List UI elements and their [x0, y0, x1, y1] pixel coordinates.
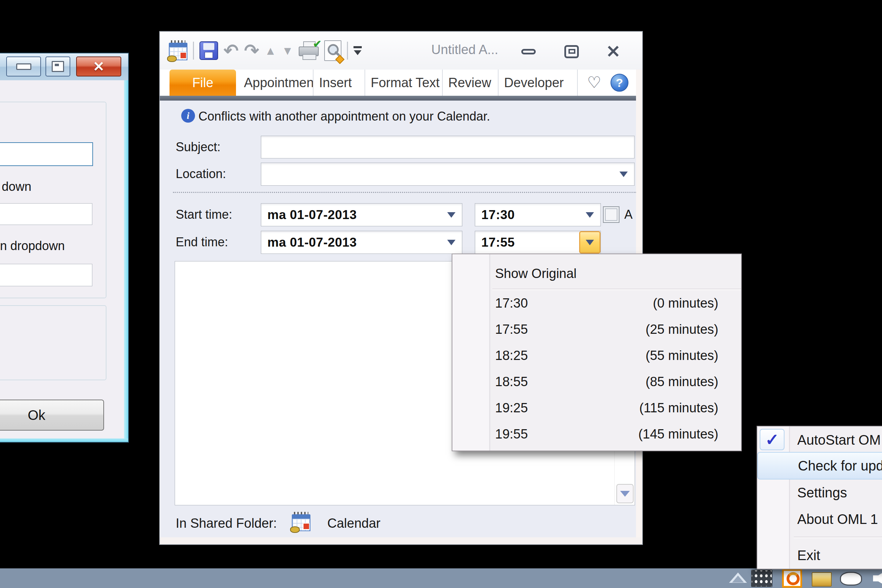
redo-button[interactable]: ↷	[244, 42, 260, 60]
customize-toolbar-dropdown[interactable]	[354, 45, 363, 56]
location-label: Location:	[176, 163, 226, 185]
close-icon: ✕	[606, 43, 621, 60]
show-hidden-icons-button[interactable]	[729, 573, 747, 583]
checkmark-icon: ✓	[760, 429, 784, 450]
menu-item-exit[interactable]: Exit	[757, 542, 882, 569]
time-value: 17:30	[495, 296, 528, 311]
oml-swirl	[787, 572, 800, 585]
chevron-down-icon	[620, 171, 628, 177]
tab-appointment[interactable]: Appointment	[238, 70, 314, 96]
ribbon-tabs: File Appointment Insert Format Text Revi…	[160, 70, 642, 96]
scrollbar-down-button[interactable]	[616, 484, 634, 503]
menu-item-show-original[interactable]: Show Original	[452, 258, 741, 289]
start-time-combobox[interactable]: 17:30	[475, 203, 601, 226]
start-time-dropdown-button[interactable]	[579, 204, 600, 226]
printer-check-icon: ✔	[313, 38, 321, 50]
dialog-close-button[interactable]: ✕	[76, 57, 121, 76]
start-date-dropdown-button[interactable]	[441, 204, 462, 226]
help-button[interactable]: ?	[610, 74, 628, 92]
tray-mail-icon[interactable]	[812, 572, 832, 586]
form-divider	[173, 192, 636, 193]
tab-developer[interactable]: Developer	[498, 70, 578, 96]
undo-button[interactable]: ↶	[224, 42, 239, 60]
printer-tray	[303, 54, 316, 60]
calendar-red-square	[180, 52, 187, 59]
tab-format-text[interactable]: Format Text	[365, 70, 443, 96]
menu-item-time[interactable]: 19:25 (115 minutes)	[452, 395, 741, 421]
time-duration: (55 minutes)	[646, 348, 718, 363]
end-time-dropdown-menu: Show Original 17:30 (0 minutes) 17:55 (2…	[452, 254, 742, 451]
save-button[interactable]	[200, 41, 218, 60]
settings-field-1[interactable]	[0, 142, 93, 166]
location-combobox[interactable]	[261, 163, 634, 186]
ribbon-collapsed-divider	[160, 96, 642, 100]
settings-dialog: ✕ down n dropdown Ok	[0, 53, 128, 442]
time-duration: (115 minutes)	[639, 400, 718, 416]
time-value: 17:55	[495, 322, 528, 337]
settings-field-3[interactable]	[0, 264, 92, 286]
grid-dots	[752, 570, 772, 586]
calendar-top	[292, 514, 310, 519]
tray-context-menu: ✓ AutoStart OM Check for upd Settings Ab…	[757, 426, 882, 569]
menu-item-label: AutoStart OM	[797, 432, 880, 448]
time-value: 18:55	[495, 374, 528, 389]
menu-item-about[interactable]: About OML 1	[757, 506, 882, 532]
location-dropdown-button[interactable]	[613, 163, 634, 185]
settings-group-box-2	[0, 305, 106, 380]
move-up-button[interactable]: ▲	[265, 45, 276, 57]
tab-review[interactable]: Review	[443, 70, 498, 96]
end-time-dropdown-button[interactable]	[579, 231, 600, 254]
menu-item-time[interactable]: 19:55 (145 minutes)	[452, 421, 741, 447]
dialog-maximize-button[interactable]	[45, 57, 70, 76]
ok-button[interactable]: Ok	[0, 400, 104, 430]
tray-oml-icon[interactable]	[782, 569, 802, 588]
window-frame-bottom	[160, 537, 642, 544]
window-close-button[interactable]: ✕	[603, 41, 624, 62]
tab-insert[interactable]: Insert	[314, 70, 365, 96]
end-date-dropdown-button[interactable]	[441, 231, 462, 254]
tab-file[interactable]: File	[170, 70, 236, 96]
dialog-minimize-button[interactable]	[6, 57, 41, 76]
toolbar-separator	[193, 42, 194, 60]
menu-item-time[interactable]: 17:30 (0 minutes)	[452, 290, 741, 316]
menu-item-autostart[interactable]: ✓ AutoStart OM	[757, 428, 882, 452]
window-maximize-button[interactable]	[561, 41, 582, 62]
heart-icon[interactable]: ♡	[587, 74, 601, 90]
window-minimize-button[interactable]	[518, 41, 539, 62]
menu-item-time[interactable]: 17:55 (25 minutes)	[452, 316, 741, 342]
settings-label-down: down	[2, 180, 32, 194]
menu-item-time[interactable]: 18:55 (85 minutes)	[452, 369, 741, 395]
menu-item-label: About OML 1	[797, 512, 878, 527]
calendar-red-square	[303, 523, 310, 530]
end-time-combobox[interactable]: 17:55	[475, 231, 601, 254]
settings-dialog-body: down n dropdown Ok	[0, 80, 124, 438]
info-icon: i	[181, 109, 195, 123]
chevron-up-icon	[732, 576, 744, 582]
dropdown-bar	[354, 46, 362, 48]
minimize-icon	[16, 63, 32, 70]
settings-field-2[interactable]	[0, 203, 92, 225]
quick-print-button[interactable]: ✔	[299, 41, 319, 60]
end-date-combobox[interactable]: ma 01-07-2013	[261, 231, 462, 254]
subject-label: Subject:	[176, 136, 220, 159]
menu-item-label: Settings	[797, 485, 847, 501]
chevron-down-icon	[586, 212, 594, 218]
menu-item-settings[interactable]: Settings	[757, 480, 882, 506]
move-down-button[interactable]: ▼	[282, 45, 294, 57]
subject-input[interactable]	[261, 136, 634, 159]
tray-grid-icon[interactable]	[751, 570, 772, 587]
start-time-label: Start time:	[176, 203, 232, 226]
print-preview-button[interactable]	[324, 40, 341, 61]
chevron-down-icon	[447, 240, 456, 245]
menu-item-time[interactable]: 18:25 (55 minutes)	[452, 342, 741, 369]
appointment-titlebar[interactable]: ↶ ↷ ▲ ▼ ✔	[160, 32, 642, 70]
maximize-icon	[564, 45, 579, 58]
tray-bubble-icon[interactable]	[840, 572, 862, 586]
menu-separator	[794, 537, 882, 538]
start-date-combobox[interactable]: ma 01-07-2013	[261, 203, 462, 226]
menu-item-check-for-updates[interactable]: Check for upd	[757, 452, 882, 480]
checkbox-inner	[605, 208, 617, 221]
end-date-value: ma 01-07-2013	[267, 231, 357, 254]
all-day-checkbox[interactable]	[603, 206, 620, 223]
toolbar-separator	[347, 42, 348, 60]
